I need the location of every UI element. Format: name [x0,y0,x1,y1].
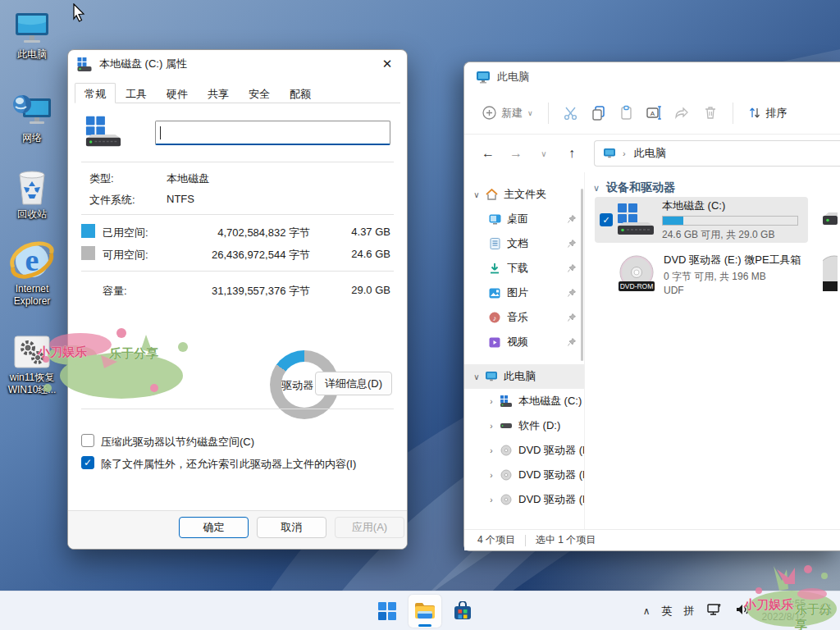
chevron-down-icon[interactable]: ∨ [471,372,482,381]
ok-button-label: 确定 [203,520,225,535]
new-button[interactable]: 新建 ∨ [476,101,540,126]
status-divider [525,535,526,546]
free-space-label: 可用空间: [103,248,148,262]
used-space-gb: 4.37 GB [351,226,390,238]
tab-hardware[interactable]: 硬件 [157,83,198,103]
tree-item-downloads[interactable]: 下载 [464,256,584,281]
share-icon [674,105,690,121]
taskbar-microsoft-store[interactable] [446,595,479,628]
start-button[interactable] [371,595,404,628]
svg-text:z: z [828,603,831,609]
this-pc-icon [0,8,64,46]
cut-button[interactable] [557,101,585,126]
delete-button[interactable] [696,101,724,126]
group-header-devices[interactable]: ∨ 设备和驱动器 [593,180,840,195]
desktop-icon-network[interactable]: 网络 [0,92,64,144]
rename-button[interactable]: A [641,101,669,126]
address-bar[interactable]: › 此电脑 [594,140,840,167]
compress-checkbox[interactable] [81,434,94,447]
drive-tile-c[interactable]: ✓ 本地磁盘 (C:) 24.6 GB 可用, 共 29.0 GB [595,197,808,243]
volume-label-input[interactable] [155,121,390,145]
volume-icon[interactable] [734,602,751,620]
used-space-label: 已用空间: [103,226,148,240]
tab-label: 硬件 [167,88,188,100]
network-icon[interactable] [706,602,723,620]
taskbar-clock[interactable]: 14:55 2022/8/12 [762,598,806,623]
cancel-button[interactable]: 取消 [257,517,326,538]
copy-button[interactable] [585,101,613,126]
forward-button[interactable]: → [505,146,527,161]
properties-dialog: 本地磁盘 (C:) 属性 ✕ 常规 工具 硬件 共享 安全 配额 类型: 本地磁… [67,49,408,550]
pin-icon [568,262,576,275]
index-checkbox[interactable]: ✓ [81,456,94,469]
status-selected-count: 选中 1 个项目 [536,533,596,547]
tree-item-dvd-last[interactable]: › DVD 驱动器 (F:) [464,487,584,512]
close-button[interactable]: ✕ [371,52,404,76]
drive-name: 本地磁盘 (C:) [662,199,798,213]
breadcrumb-this-pc[interactable]: 此电脑 [634,146,666,161]
tab-quota[interactable]: 配额 [280,83,321,103]
tab-security[interactable]: 安全 [239,83,280,103]
tab-general[interactable]: 常规 [75,83,116,103]
system-drive-icon [84,116,122,148]
up-button[interactable]: ↑ [561,146,582,161]
desktop-icon-label: Internet Explorer [0,283,64,308]
tree-item-music[interactable]: ♪ 音乐 [464,305,584,330]
apply-button[interactable]: 应用(A) [335,517,404,538]
tree-item-drive-d[interactable]: › 软件 (D:) [464,413,584,438]
tree-item-home[interactable]: ∨ 主文件夹 [464,182,584,207]
ime-language-button[interactable]: 英 [662,604,673,619]
this-pc-small-icon [484,370,499,383]
explorer-titlebar[interactable]: 此电脑 [464,62,840,92]
chevron-right-icon[interactable]: › [486,471,497,480]
drive-tile-e[interactable]: DVD-ROM DVD 驱动器 (E:) 微PE工具箱 0 字节 可用, 共 1… [595,251,808,297]
paste-button[interactable] [613,101,641,126]
tree-item-dvd-f[interactable]: › DVD 驱动器 (F:) [464,463,584,487]
tab-tools[interactable]: 工具 [116,83,157,103]
tree-item-drive-c[interactable]: › 本地磁盘 (C:) [464,389,584,413]
pin-icon [568,238,576,250]
tree-item-label: DVD 驱动器 (F:) [518,492,584,507]
desktop-icon-recycle-bin[interactable]: 回收站 [0,168,64,221]
capacity-bytes: 31,139,557,376 字节 [212,284,310,299]
chevron-right-icon[interactable]: › [486,422,497,431]
dvd-icon [499,444,514,457]
chevron-right-icon[interactable]: › [486,397,497,406]
file-explorer-icon [414,601,436,621]
tray-chevron-up-icon[interactable]: ∧ [643,605,651,617]
chevron-right-icon[interactable]: › [486,495,497,504]
divider [81,162,394,162]
pin-icon [568,287,576,299]
tree-item-desktop[interactable]: 桌面 [464,207,584,231]
tab-label: 工具 [126,88,147,100]
details-button[interactable]: 详细信息(D) [315,372,392,395]
ok-button[interactable]: 确定 [179,517,249,538]
dialog-tabs: 常规 工具 硬件 共享 安全 配额 [75,83,400,103]
tree-item-videos[interactable]: 视频 [464,330,584,354]
tree-item-pictures[interactable]: 图片 [464,281,584,305]
desktop-icon-win11-restore[interactable]: win11恢复 WIN10经... [0,331,64,396]
desktop-icon-internet-explorer[interactable]: e Internet Explorer [0,243,64,308]
taskbar-file-explorer[interactable] [409,595,441,628]
chevron-right-icon[interactable]: › [486,446,497,455]
share-button[interactable] [669,101,696,126]
sort-button[interactable]: 排序 [742,101,794,126]
back-button[interactable]: ← [477,146,499,161]
ime-mode-button[interactable]: 拼 [684,604,695,619]
desktop-icon-this-pc[interactable]: 此电脑 [0,8,64,61]
system-drive-icon [616,203,655,236]
notification-bell-icon[interactable]: z [817,601,833,621]
system-drive-icon [499,395,514,408]
history-dropdown-button[interactable]: ∨ [533,149,555,158]
dialog-titlebar[interactable]: 本地磁盘 (C:) 属性 ✕ [68,50,407,78]
navpane-scrollbar[interactable] [581,189,583,361]
tab-label: 常规 [84,88,106,100]
tree-item-label: 本地磁盘 (C:) [518,394,582,409]
tree-item-this-pc[interactable]: ∨ 此电脑 [464,364,584,389]
chevron-down-icon[interactable]: ∨ [471,190,482,199]
selected-checkbox[interactable]: ✓ [600,213,613,226]
tree-item-documents[interactable]: 文档 [464,231,584,256]
tree-item-dvd-e[interactable]: › DVD 驱动器 (E:) [464,438,584,463]
tab-sharing[interactable]: 共享 [198,83,239,103]
explorer-main-pane: ∨ 设备和驱动器 ✓ 本地磁盘 (C:) 24.6 GB 可用, 共 29.0 … [584,172,840,529]
